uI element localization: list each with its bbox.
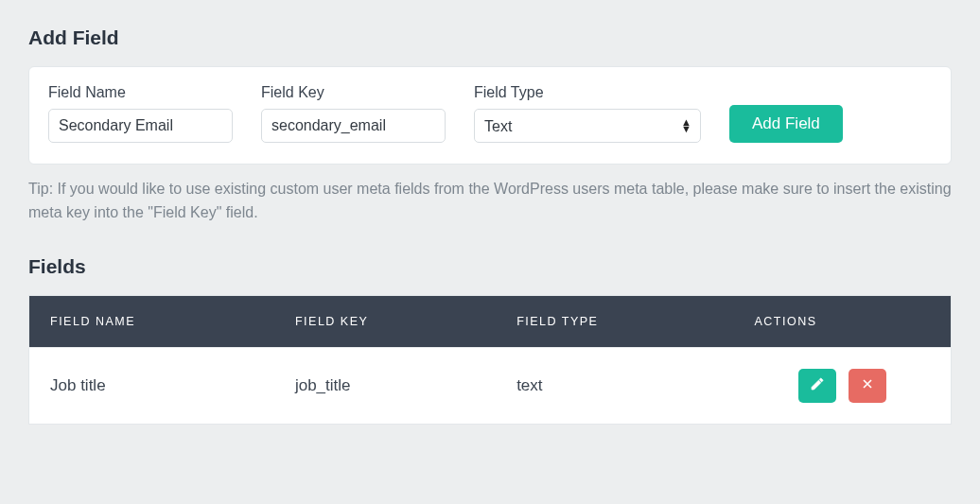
field-key-input[interactable]: [261, 109, 446, 143]
field-name-input[interactable]: [48, 109, 233, 143]
field-name-label: Field Name: [48, 84, 233, 101]
col-field-type: FIELD TYPE: [496, 295, 733, 347]
col-field-key: FIELD KEY: [274, 295, 496, 347]
field-type-select-wrap: Text ▲▼: [474, 109, 701, 143]
fields-table: FIELD NAME FIELD KEY FIELD TYPE ACTIONS …: [28, 295, 952, 425]
close-icon: [860, 376, 875, 394]
tip-text: Tip: If you would like to use existing c…: [28, 178, 952, 225]
field-key-label: Field Key: [261, 84, 446, 101]
add-field-button[interactable]: Add Field: [729, 105, 843, 143]
cell-actions: [734, 347, 952, 424]
cell-field-name: Job title: [29, 347, 274, 424]
field-type-label: Field Type: [474, 84, 701, 101]
field-name-group: Field Name: [48, 84, 233, 143]
cell-field-key: job_title: [274, 347, 496, 424]
pencil-icon: [810, 376, 825, 394]
cell-field-type: text: [496, 347, 733, 424]
edit-button[interactable]: [798, 369, 836, 403]
table-row: Job title job_title text: [29, 347, 952, 424]
fields-heading: Fields: [28, 255, 952, 278]
field-type-group: Field Type Text ▲▼: [474, 84, 701, 143]
col-actions: ACTIONS: [734, 295, 952, 347]
add-field-card: Field Name Field Key Field Type Text ▲▼ …: [28, 66, 952, 165]
delete-button[interactable]: [849, 369, 886, 403]
field-type-select[interactable]: Text: [474, 109, 701, 143]
col-field-name: FIELD NAME: [29, 295, 274, 347]
field-key-group: Field Key: [261, 84, 446, 143]
fields-table-header-row: FIELD NAME FIELD KEY FIELD TYPE ACTIONS: [29, 295, 952, 347]
add-field-heading: Add Field: [28, 26, 952, 49]
